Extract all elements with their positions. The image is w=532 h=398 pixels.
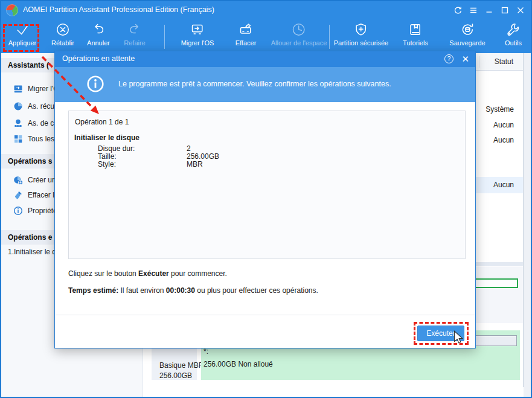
toolbar-label: Effacer	[236, 39, 257, 47]
disk2-partition-info: 256.00GB Non alloué	[204, 360, 273, 368]
operation-counter: Opération 1 de 1	[75, 118, 129, 126]
window-title: AOMEI Partition Assistant Professional E…	[23, 5, 214, 14]
disk2-type: Basique MBR	[159, 361, 204, 370]
detail-label: Style:	[98, 160, 116, 169]
toolbar-label: Sauvegarde	[449, 39, 485, 47]
detail-value: 2	[187, 144, 191, 153]
column-separator	[479, 56, 479, 68]
dialog-header: Opérations en attente ? ✕	[55, 51, 475, 67]
sidebar-item-label: Effacer l	[28, 191, 54, 199]
operations-list-box: Opération 1 de 1 Initialiser le disque D…	[68, 111, 466, 259]
info-icon	[86, 75, 104, 93]
toolbar-label: Tutoriels	[403, 39, 428, 47]
operation-name: Initialiser le disque	[74, 133, 139, 142]
properties-icon	[13, 206, 23, 216]
detail-label: Taille:	[98, 152, 117, 161]
pending-operations-dialog: Opérations en attente ? ✕ Le programme e…	[54, 51, 476, 348]
mouse-cursor	[453, 330, 463, 344]
toolbar-label: Outils	[505, 39, 522, 47]
toolbar-label: Allouer de l'espace	[271, 39, 327, 47]
disk2-size: 256.00GB	[159, 371, 192, 380]
wipe-icon	[13, 190, 23, 200]
disk2-partition-name: *:	[204, 347, 208, 356]
tutorials-icon	[408, 22, 423, 39]
statut-column-header[interactable]: Statut	[495, 57, 513, 66]
dialog-close-icon[interactable]: ✕	[461, 53, 469, 65]
detail-value: MBR	[187, 160, 203, 169]
secure-partition-icon	[353, 22, 369, 39]
refresh-icon[interactable]	[450, 2, 466, 18]
undo-icon	[91, 22, 106, 39]
create-partition-icon	[13, 175, 23, 185]
discard-icon	[55, 22, 71, 39]
toolbar-label: Refaire	[124, 39, 145, 47]
footer-divider	[55, 315, 475, 315]
recovery-wizard-icon	[13, 101, 23, 111]
minimize-icon[interactable]	[481, 2, 497, 18]
dialog-title: Opérations en attente	[62, 54, 135, 63]
toolbar: Appliquer Rétablir Annuler Refaire Migre…	[0, 20, 532, 53]
wipe-disk-icon	[238, 22, 254, 39]
backup-icon	[460, 22, 475, 39]
detail-value: 256.00GB	[187, 152, 219, 161]
tools-button[interactable]: Outils	[505, 22, 522, 47]
detail-label: Disque dur:	[98, 144, 135, 153]
instruction-text: Cliquez sur le bouton Exécuter pour comm…	[68, 269, 227, 278]
sidebar-item-pending-op-1[interactable]: 1.Initialiser le d	[8, 248, 56, 256]
scrollbar-gutter[interactable]	[524, 53, 531, 397]
allocate-space-icon	[291, 22, 307, 39]
creation-wizard-icon	[13, 118, 23, 128]
appliquer-highlight-box	[3, 24, 39, 52]
aomei-logo-icon	[6, 4, 18, 16]
hamburger-menu-icon[interactable]	[466, 2, 481, 18]
discard-button[interactable]: Rétablir	[51, 22, 74, 47]
sidebar-item-label: Tous les	[28, 135, 54, 143]
toolbar-separator	[164, 25, 165, 49]
sidebar-item-label: Propriéte	[28, 207, 57, 215]
all-tools-icon	[13, 134, 23, 144]
allocate-space-button[interactable]: Allouer de l'espace	[271, 22, 327, 47]
redo-button[interactable]: Refaire	[124, 22, 145, 47]
toolbar-label: Rétablir	[51, 39, 74, 47]
titlebar: AOMEI Partition Assistant Professional E…	[0, 0, 532, 20]
secure-partition-button[interactable]: Partition sécurisée	[334, 22, 389, 47]
toolbar-label: Migrer l'OS	[181, 39, 214, 47]
migrate-os-icon	[190, 22, 205, 39]
migrate-os-icon	[13, 84, 23, 94]
tutorials-button[interactable]: Tutoriels	[403, 22, 428, 47]
banner-message: Le programme est prêt à commencer. Veuil…	[118, 80, 391, 88]
close-icon[interactable]	[513, 2, 528, 18]
undo-button[interactable]: Annuler	[87, 22, 110, 47]
toolbar-label: Annuler	[87, 39, 110, 47]
maximize-icon[interactable]	[497, 2, 513, 18]
dialog-banner: Le programme est prêt à commencer. Veuil…	[55, 67, 475, 102]
window-controls	[450, 0, 528, 20]
tools-icon	[505, 22, 521, 39]
wipe-button[interactable]: Effacer	[236, 22, 257, 47]
help-icon[interactable]: ?	[444, 54, 453, 63]
toolbar-separator	[329, 25, 330, 49]
backup-button[interactable]: Sauvegarde	[449, 22, 485, 47]
migrate-os-button[interactable]: Migrer l'OS	[181, 22, 214, 47]
sidebar-item-label: As. de c	[28, 119, 54, 127]
app-window: AOMEI Partition Assistant Professional E…	[0, 0, 532, 398]
estimated-time-text: Temps estimé: Il faut environ 00:00:30 o…	[68, 286, 318, 295]
redo-icon	[127, 22, 143, 39]
sidebar-item-label: Créer un	[28, 176, 56, 184]
toolbar-label: Partition sécurisée	[334, 39, 389, 47]
sidebar-item-label: As. récu	[28, 102, 54, 111]
